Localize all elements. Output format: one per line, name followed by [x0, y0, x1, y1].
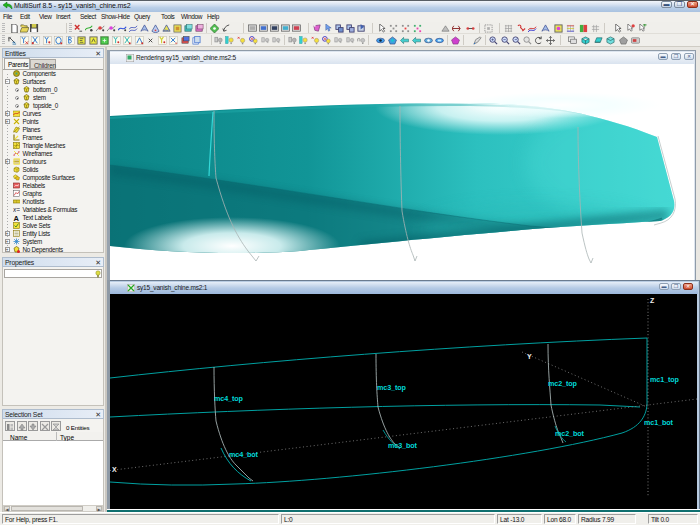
svg-text:mc3_top: mc3_top	[377, 383, 407, 392]
svg-text:mc1_bot: mc1_bot	[644, 418, 674, 427]
svg-text:mc1_top: mc1_top	[650, 375, 680, 384]
svg-text:Y: Y	[527, 353, 532, 360]
svg-text:mc4_top: mc4_top	[214, 394, 244, 403]
svg-text:x=: x=	[13, 206, 20, 213]
svg-text:mc2_bot: mc2_bot	[555, 429, 585, 438]
svg-text:mc2_top: mc2_top	[548, 379, 578, 388]
svg-text:X: X	[112, 466, 117, 473]
svg-text:Z: Z	[650, 297, 655, 304]
svg-text:mc3_bot: mc3_bot	[388, 441, 418, 450]
svg-text:A: A	[14, 214, 20, 221]
svg-text:mc4_bot: mc4_bot	[229, 450, 259, 459]
